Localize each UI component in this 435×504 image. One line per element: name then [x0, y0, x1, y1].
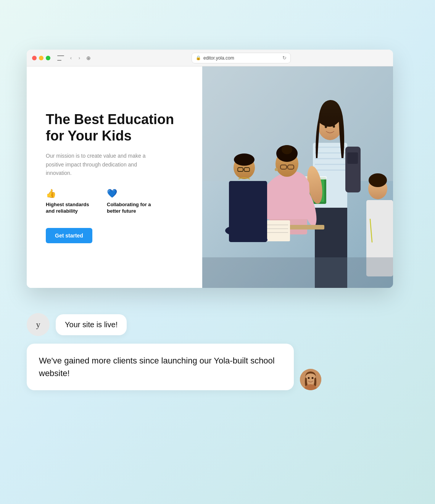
svg-point-18: [333, 125, 335, 128]
svg-rect-8: [315, 170, 345, 171]
browser-toolbar: ‹ › ⊕ 🔒 editor.yola.com ↻: [27, 50, 393, 66]
svg-point-17: [325, 126, 327, 128]
right-panel: [202, 66, 393, 288]
address-bar[interactable]: 🔒 editor.yola.com ↻: [192, 53, 291, 63]
feature1-label: Highest standards and reliability: [46, 202, 92, 215]
hero-title: The Best Education for Your Kids: [46, 111, 183, 144]
browser-window: ‹ › ⊕ 🔒 editor.yola.com ↻ The Best Educa…: [27, 50, 393, 288]
url-text: editor.yola.com: [203, 55, 234, 61]
svg-point-49: [308, 377, 310, 379]
sidebar-toggle-icon[interactable]: [57, 55, 64, 61]
svg-rect-5: [315, 152, 345, 153]
user-avatar: [300, 369, 321, 390]
close-button[interactable]: [32, 56, 37, 60]
svg-point-38: [234, 153, 255, 166]
feature-item-2: 💙 Collaborating for a better future: [107, 189, 153, 215]
back-arrow-icon[interactable]: ‹: [68, 55, 74, 61]
address-bar-container: 🔒 editor.yola.com ↻: [95, 53, 388, 63]
left-panel: The Best Education for Your Kids Our mis…: [27, 66, 202, 288]
svg-point-50: [312, 377, 314, 379]
feature2-label: Collaborating for a better future: [107, 202, 153, 215]
refresh-icon[interactable]: ↻: [282, 55, 287, 61]
hero-description: Our mission is to create value and make …: [46, 152, 153, 177]
svg-point-24: [282, 145, 292, 154]
chat-section: y Your site is live! We've gained more c…: [27, 313, 362, 390]
maximize-button[interactable]: [46, 56, 50, 60]
forward-arrow-icon[interactable]: ›: [76, 55, 82, 61]
svg-rect-11: [347, 152, 358, 164]
traffic-lights: [32, 56, 50, 60]
yola-initial: y: [36, 320, 40, 330]
chat-bubble-1: Your site is live!: [56, 314, 127, 335]
minimize-button[interactable]: [39, 56, 44, 60]
svg-point-28: [275, 168, 278, 171]
classroom-image: [202, 66, 393, 288]
nav-arrows: ‹ ›: [68, 55, 82, 61]
features-row: 👍 Highest standards and reliability 💙 Co…: [46, 189, 183, 215]
chat-message-1-text: Your site is live!: [65, 320, 118, 329]
thumbs-up-icon: 👍: [46, 189, 92, 199]
chat-message-1: y Your site is live!: [27, 313, 362, 336]
feature-item-1: 👍 Highest standards and reliability: [46, 189, 92, 215]
heart-icon: 💙: [107, 189, 153, 199]
svg-rect-46: [202, 257, 393, 288]
chat-bubble-2: We've gained more clients since launchin…: [27, 344, 294, 390]
get-started-button[interactable]: Get started: [46, 228, 92, 243]
chat-message-2-text: We've gained more clients since launchin…: [39, 356, 275, 378]
chat-message-2-row: We've gained more clients since launchin…: [27, 344, 362, 390]
svg-point-36: [225, 225, 256, 236]
svg-rect-6: [315, 158, 345, 159]
svg-rect-7: [315, 164, 345, 165]
browser-content: The Best Education for Your Kids Our mis…: [27, 66, 393, 288]
shield-icon: ⊕: [86, 55, 91, 61]
yola-avatar: y: [27, 313, 50, 336]
svg-point-44: [369, 173, 387, 187]
lock-icon: 🔒: [196, 55, 201, 60]
